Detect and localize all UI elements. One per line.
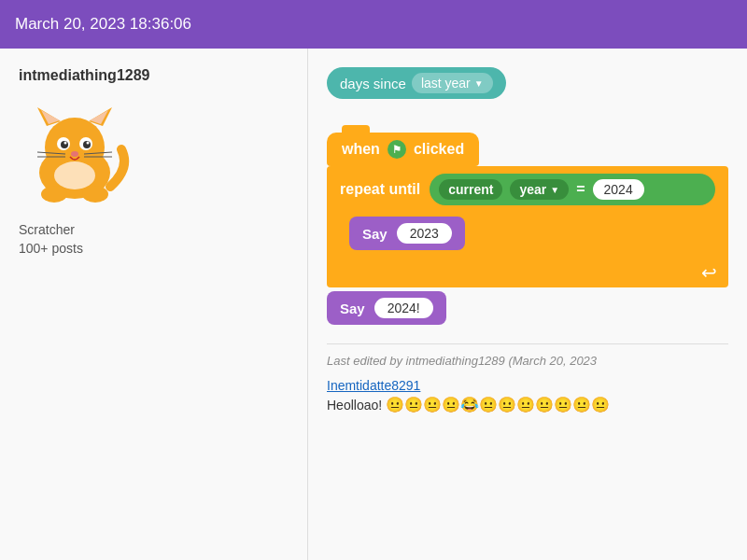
year-value: 2024 <box>593 179 644 200</box>
say-label-2: Say <box>340 301 365 316</box>
year-dropdown[interactable]: year ▼ <box>510 179 569 200</box>
equals-sign: = <box>576 181 585 198</box>
when-clicked-block: when ⚑ clicked <box>327 133 479 166</box>
clicked-label: clicked <box>414 141 464 158</box>
last-year-dropdown[interactable]: last year ▼ <box>412 73 493 93</box>
say-value-1: 2023 <box>397 223 452 244</box>
say-block-2-wrapper: Say 2024! <box>327 291 728 329</box>
say-label-1: Say <box>362 226 388 242</box>
say-value-2: 2024! <box>374 298 433 318</box>
repeat-until-label: repeat until <box>340 181 420 198</box>
edit-note-text: Last edited by intmediathing1289 (March … <box>327 354 597 368</box>
post-timestamp: March 20, 2023 18:36:06 <box>15 15 191 34</box>
svg-point-10 <box>64 142 67 145</box>
when-label: when <box>342 141 380 158</box>
dropdown-arrow-icon: ▼ <box>474 78 484 89</box>
current-label: current <box>439 179 502 200</box>
loop-arrow-icon: ↩ <box>701 261 717 284</box>
scratch-blocks: when ⚑ clicked repeat until current year… <box>327 133 728 329</box>
svg-point-11 <box>87 142 90 145</box>
svg-point-12 <box>71 151 78 157</box>
author-username[interactable]: intmediathing1289 <box>19 67 289 84</box>
svg-point-17 <box>54 161 95 189</box>
emoji-row: 😐😐😐😐😂😐😐😐😐😐😐😐 <box>386 397 610 413</box>
repeat-until-block: repeat until current year ▼ = 2024 Sa <box>327 166 728 287</box>
say-block-2: Say 2024! <box>327 291 446 325</box>
year-label: year <box>519 182 546 197</box>
svg-point-18 <box>41 186 67 203</box>
post-header: March 20, 2023 18:36:06 <box>0 0 747 49</box>
repeat-header: repeat until current year ▼ = 2024 <box>327 166 728 213</box>
say-block-1: Say 2023 <box>349 217 465 250</box>
year-dropdown-arrow-icon: ▼ <box>550 185 559 195</box>
green-flag-icon: ⚑ <box>388 140 406 159</box>
repeat-footer: ↩ <box>327 258 728 287</box>
edit-note: Last edited by intmediathing1289 (March … <box>327 343 728 368</box>
post-content: days since last year ▼ when ⚑ clicked <box>308 49 747 560</box>
repeat-body: Say 2023 <box>327 213 728 258</box>
days-since-block: days since last year ▼ <box>327 67 506 99</box>
last-year-label: last year <box>421 76 471 91</box>
author-posts: 100+ posts <box>19 241 289 256</box>
reply-text: Heolloao! 😐😐😐😐😂😐😐😐😐😐😐😐 <box>327 396 728 413</box>
sidebar: intmediathing1289 <box>0 49 308 560</box>
days-since-label: days since <box>340 76 406 91</box>
author-role: Scratcher <box>19 222 289 237</box>
reply-section: Inemtidatte8291 Heolloao! 😐😐😐😐😂😐😐😐😐😐😐😐 <box>327 377 728 413</box>
svg-point-19 <box>82 186 108 203</box>
avatar <box>19 93 131 205</box>
repeat-condition: current year ▼ = 2024 <box>430 174 715 205</box>
reply-username[interactable]: Inemtidatte8291 <box>327 378 420 393</box>
